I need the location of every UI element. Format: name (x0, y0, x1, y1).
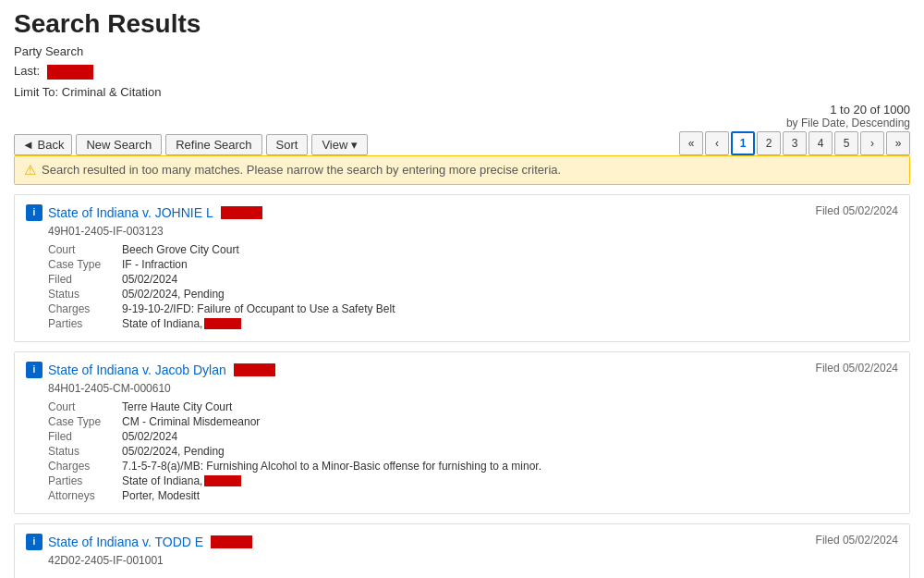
results-container: iState of Indiana v. JOHNIE LFiled 05/02… (14, 194, 910, 578)
limit-to-row: Limit To: Criminal & Citation (14, 85, 910, 99)
detail-row: Filed05/02/2024 (48, 430, 898, 443)
last-value-redacted (47, 65, 93, 80)
case-title-redacted (211, 535, 252, 548)
detail-value: State of Indiana, (122, 474, 241, 487)
detail-value: 7.1-5-7-8(a)/MB: Furnishing Alcohol to a… (122, 460, 541, 473)
detail-row: Charges9-19-10-2/IFD: Failure of Occupan… (48, 302, 898, 315)
detail-value: Terre Haute City Court (122, 400, 232, 413)
detail-row: Case TypeCM - Criminal Misdemeanor (48, 415, 898, 428)
result-header: iState of Indiana v. JOHNIE LFiled 05/02… (26, 204, 898, 221)
last-field-row: Last: (14, 64, 910, 80)
pagination-controls: « ‹ 1 2 3 4 5 › » (679, 131, 910, 155)
case-number: 84H01-2405-CM-000610 (48, 382, 898, 395)
detail-row: PartiesState of Indiana, (48, 474, 898, 487)
detail-value: CM - Criminal Misdemeanor (122, 415, 260, 428)
view-button[interactable]: View ▾ (311, 134, 368, 155)
page-5-button[interactable]: 5 (834, 131, 858, 155)
detail-label: Charges (48, 460, 122, 473)
detail-label: Parties (48, 474, 122, 487)
case-icon: i (26, 362, 43, 378)
detail-value: 05/02/2024 (122, 430, 177, 443)
search-type: Party Search (14, 44, 910, 58)
page-2-button[interactable]: 2 (757, 131, 781, 155)
case-title-link[interactable]: iState of Indiana v. JOHNIE L (26, 204, 262, 221)
case-icon: i (26, 534, 43, 550)
result-header: iState of Indiana v. Jacob DylanFiled 05… (26, 362, 898, 378)
pagination-area: 1 to 20 of 1000 by File Date, Descending… (679, 103, 910, 155)
detail-row: AttorneysPorter, Modesitt (48, 489, 898, 502)
detail-label: Filed (48, 430, 122, 443)
detail-value: Beech Grove City Court (122, 243, 239, 256)
detail-label: Court (48, 243, 122, 256)
detail-row: Case TypeIF - Infraction (48, 258, 898, 271)
detail-value: 05/02/2024, Pending (122, 288, 225, 301)
detail-value: State of Indiana, (122, 317, 241, 330)
case-details: CourtBeech Grove City CourtCase TypeIF -… (48, 243, 898, 330)
detail-label: Status (48, 445, 122, 458)
detail-value: 05/02/2024 (122, 273, 177, 286)
result-card: iState of Indiana v. TODD EFiled 05/02/2… (14, 523, 910, 578)
result-header: iState of Indiana v. TODD EFiled 05/02/2… (26, 534, 898, 550)
toolbar-left: ◄ Back New Search Refine Search Sort Vie… (14, 134, 368, 155)
sort-button[interactable]: Sort (266, 134, 309, 155)
case-title-redacted (234, 363, 275, 376)
case-icon: i (26, 204, 43, 221)
detail-row: Status05/02/2024, Pending (48, 288, 898, 301)
case-number: 49H01-2405-IF-003123 (48, 225, 898, 238)
filed-date: Filed 05/02/2024 (816, 204, 898, 217)
case-title-link[interactable]: iState of Indiana v. Jacob Dylan (26, 362, 275, 378)
last-page-button[interactable]: » (886, 131, 910, 155)
first-page-button[interactable]: « (679, 131, 703, 155)
detail-label: Case Type (48, 258, 122, 271)
detail-value: 9-19-10-2/IFD: Failure of Occupant to Us… (122, 302, 395, 315)
detail-row: Status05/02/2024, Pending (48, 445, 898, 458)
result-card: iState of Indiana v. JOHNIE LFiled 05/02… (14, 194, 910, 342)
page-1-button[interactable]: 1 (731, 131, 755, 155)
detail-value-redacted (204, 318, 241, 329)
case-title-text: State of Indiana v. TODD E (48, 535, 203, 549)
case-number: 42D02-2405-IF-001001 (48, 554, 898, 567)
detail-value: Porter, Modesitt (122, 489, 200, 502)
page-3-button[interactable]: 3 (783, 131, 807, 155)
next-page-button[interactable]: › (860, 131, 884, 155)
refine-search-button[interactable]: Refine Search (165, 134, 261, 155)
detail-row: Charges7.1-5-7-8(a)/MB: Furnishing Alcoh… (48, 460, 898, 473)
case-title-link[interactable]: iState of Indiana v. TODD E (26, 534, 252, 550)
detail-label: Court (48, 400, 122, 413)
detail-label: Attorneys (48, 489, 122, 502)
page-title: Search Results (14, 9, 910, 39)
case-title-redacted (221, 206, 262, 219)
new-search-button[interactable]: New Search (76, 134, 162, 155)
detail-row: PartiesState of Indiana, (48, 317, 898, 330)
filed-date: Filed 05/02/2024 (816, 534, 898, 547)
page-4-button[interactable]: 4 (808, 131, 833, 155)
case-title-text: State of Indiana v. Jacob Dylan (48, 363, 226, 377)
prev-page-button[interactable]: ‹ (705, 131, 729, 155)
detail-label: Charges (48, 302, 122, 315)
detail-value: 05/02/2024, Pending (122, 445, 225, 458)
case-details: CourtTerre Haute City CourtCase TypeCM -… (48, 400, 898, 502)
detail-row: Filed05/02/2024 (48, 273, 898, 286)
detail-value: IF - Infraction (122, 258, 188, 271)
result-card: iState of Indiana v. Jacob DylanFiled 05… (14, 351, 910, 514)
filed-date: Filed 05/02/2024 (816, 362, 898, 375)
back-button[interactable]: ◄ Back (14, 134, 72, 155)
detail-value-redacted (204, 475, 241, 486)
pagination-info: 1 to 20 of 1000 by File Date, Descending (679, 103, 910, 129)
case-title-text: State of Indiana v. JOHNIE L (48, 205, 213, 220)
warning-bar: ⚠ Search resulted in too many matches. P… (14, 155, 910, 185)
detail-row: CourtBeech Grove City Court (48, 243, 898, 256)
detail-label: Filed (48, 273, 122, 286)
detail-row: CourtTerre Haute City Court (48, 400, 898, 413)
detail-label: Case Type (48, 415, 122, 428)
warning-icon: ⚠ (24, 162, 36, 178)
detail-label: Parties (48, 317, 122, 330)
detail-label: Status (48, 288, 122, 301)
toolbar-row: ◄ Back New Search Refine Search Sort Vie… (14, 103, 910, 155)
